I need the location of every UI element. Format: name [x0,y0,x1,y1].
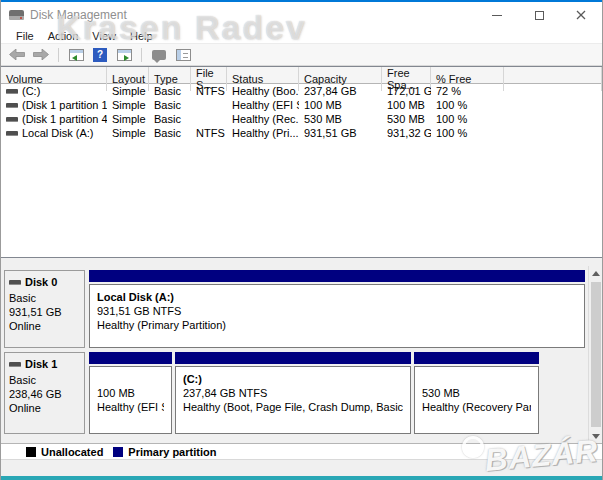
help-button[interactable]: ? [90,46,110,64]
volume-file-system: NTFS [191,85,227,97]
list-view-icon [176,49,191,61]
properties-icon [152,50,166,60]
volume-name: (Disk 1 partition 4) [22,113,107,125]
volume-status: Healthy (Pri... [227,127,299,139]
disk1-name: Disk 1 [25,357,57,371]
disk0-partition-local-disk-a[interactable]: Local Disk (A:) 931,51 GB NTFS Healthy (… [89,270,585,348]
partition-status: Healthy (Recovery Partition) [422,400,531,414]
scrollbar-thumb[interactable] [591,282,601,427]
scroll-up-icon [592,271,600,276]
volume-name: (Disk 1 partition 1) [22,99,107,111]
primary-partition-swatch [113,447,123,457]
volume-free-space: 100 MB [382,99,431,111]
menu-action[interactable]: Action [41,30,86,42]
volume-type: Basic [149,85,191,97]
partition-name [422,372,531,386]
volume-type: Basic [149,113,191,125]
show-action-pane-button[interactable] [114,46,134,64]
disk0-name: Disk 0 [25,275,57,289]
disk0-info-box[interactable]: Disk 0 Basic 931,51 GB Online [4,270,85,348]
legend-item-primary-partition: Primary partition [113,446,216,458]
disk1-size: 238,46 GB [9,387,80,401]
menu-view[interactable]: View [85,30,123,42]
partition-name: (C:) [183,372,403,386]
volume-layout: Simple [107,85,149,97]
maximize-button[interactable] [518,2,560,28]
volume-name: Local Disk (A:) [22,127,94,139]
back-arrow-icon [9,49,25,60]
help-icon: ? [93,48,107,62]
volume-type: Basic [149,99,191,111]
disk1-partition-efi[interactable]: 100 MB Healthy (EFI System Partition) [89,352,172,434]
disk0-status: Online [9,319,80,333]
menu-help[interactable]: Help [123,30,160,42]
volume-list-header: Volume Layout Type File S... Status Capa… [1,67,602,84]
volume-free-space: 530 MB [382,113,431,125]
disk1-status: Online [9,401,80,415]
volume-icon [6,103,18,108]
volume-status: Healthy (EFI S... [227,99,299,111]
scroll-down-button[interactable] [589,429,603,443]
minimize-button[interactable] [476,2,518,28]
close-button[interactable] [560,2,602,28]
volume-name: (C:) [22,85,40,97]
scroll-up-button[interactable] [589,266,603,280]
volume-type: Basic [149,127,191,139]
forward-arrow-icon [33,49,49,60]
graphical-view-scrollbar[interactable] [588,266,602,443]
primary-partition-color-bar [89,270,585,282]
volume-layout: Simple [107,127,149,139]
volume-icon [6,117,18,122]
primary-partition-color-bar [89,352,172,364]
volume-row-disk1-partition1[interactable]: (Disk 1 partition 1) Simple Basic Health… [1,98,602,112]
volume-pct-free: 100 % [431,127,504,139]
volume-pct-free: 100 % [431,113,504,125]
primary-partition-color-bar [175,352,411,364]
disk-icon [9,280,21,285]
disk1-partition-recovery[interactable]: 530 MB Healthy (Recovery Partition) [414,352,539,434]
back-button[interactable] [7,46,27,64]
volume-capacity: 931,51 GB [299,127,382,139]
disk1-type: Basic [9,373,80,387]
partition-status: Healthy (Primary Partition) [97,318,577,332]
forward-button[interactable] [31,46,51,64]
toolbar-separator [58,48,59,62]
volume-capacity: 100 MB [299,99,382,111]
disk1-partition-c[interactable]: (C:) 237,84 GB NTFS Healthy (Boot, Page … [175,352,411,434]
disk0-type: Basic [9,291,80,305]
legend-item-unallocated: Unallocated [26,446,103,458]
toolbar-separator [141,48,142,62]
volume-file-system: NTFS [191,127,227,139]
legend-bar: Unallocated Primary partition [1,443,602,459]
volume-row-local-disk-a[interactable]: Local Disk (A:) Simple Basic NTFS Health… [1,126,602,140]
disk1-info-box[interactable]: Disk 1 Basic 238,46 GB Online [4,352,85,434]
partition-status: Healthy (EFI System Partition) [97,400,164,414]
menu-file[interactable]: File [9,30,41,42]
status-bar [1,459,602,476]
volume-free-space: 172,01 GB [382,85,431,97]
show-console-tree-button[interactable] [66,46,86,64]
window-title: Disk Management [30,8,127,22]
volume-icon [6,89,18,94]
volume-capacity: 530 MB [299,113,382,125]
volume-row-disk1-partition4[interactable]: (Disk 1 partition 4) Simple Basic Health… [1,112,602,126]
scroll-down-icon [592,434,600,439]
volume-row-c[interactable]: (C:) Simple Basic NTFS Healthy (Boo... 2… [1,84,602,98]
properties-button[interactable] [149,46,169,64]
toolbar: ? [1,44,602,66]
primary-partition-color-bar [414,352,539,364]
disk-management-app-icon [9,9,24,21]
legend-label: Unallocated [41,446,103,458]
partition-size: 530 MB [422,386,531,400]
title-bar[interactable]: Disk Management [1,2,602,28]
volume-list-pane: Volume Layout Type File S... Status Capa… [1,66,602,258]
list-view-button[interactable] [173,46,193,64]
pane-splitter[interactable] [1,258,602,266]
unallocated-swatch [26,447,36,457]
volume-layout: Simple [107,99,149,111]
menu-bar: File Action View Help [1,28,602,44]
volume-layout: Simple [107,113,149,125]
partition-name [97,372,164,386]
volume-status: Healthy (Rec... [227,113,299,125]
volume-free-space: 931,32 GB [382,127,431,139]
